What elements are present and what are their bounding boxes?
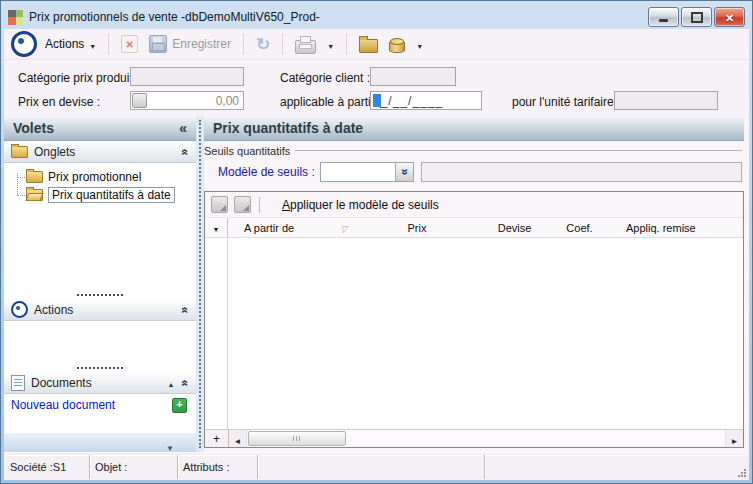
database-dropdown-button[interactable] xyxy=(413,33,426,55)
sidebar-splitter[interactable] xyxy=(196,116,204,452)
header-form: Catégorie prix produit : Catégorie clien… xyxy=(4,60,749,116)
collapse-sidebar-icon[interactable] xyxy=(179,120,187,136)
print-dropdown-button[interactable] xyxy=(324,33,337,55)
chevron-up-double-icon[interactable] xyxy=(180,379,192,386)
minimize-icon xyxy=(659,19,668,22)
section-onglets-header[interactable]: Onglets xyxy=(4,141,196,163)
maximize-button[interactable] xyxy=(681,7,712,27)
add-row-button[interactable] xyxy=(205,430,229,447)
column-header-devise[interactable]: Devise xyxy=(482,222,547,234)
save-button[interactable]: Enregistrer xyxy=(146,33,234,55)
status-extra-panel xyxy=(258,455,485,479)
record-target-icon[interactable] xyxy=(11,31,37,57)
grid-body-empty[interactable] xyxy=(205,238,743,429)
maximize-icon xyxy=(691,12,703,23)
printer-icon xyxy=(295,40,316,54)
close-button[interactable] xyxy=(714,7,745,27)
column-header-coef[interactable]: Coef. xyxy=(547,222,612,234)
prix-devise-input[interactable]: 0,00 xyxy=(130,91,244,110)
app-window: Prix promotionnels de vente -dbDemoMulti… xyxy=(0,0,753,484)
section-splitter-handle[interactable] xyxy=(4,363,196,372)
cat-client-input[interactable] xyxy=(370,67,456,86)
toolbar-separator xyxy=(108,33,109,55)
actions-target-icon xyxy=(11,301,28,318)
date-mask: _/__/____ xyxy=(381,94,443,108)
column-header-prix[interactable]: Prix xyxy=(352,222,482,234)
horizontal-scrollbar-track[interactable] xyxy=(246,430,726,447)
section-documents-title: Documents xyxy=(31,376,92,390)
grid-toolbar-separator xyxy=(259,197,260,213)
folder-icon xyxy=(11,146,28,158)
currency-picker-button[interactable] xyxy=(132,93,147,108)
main-panel: Prix quantitatifs à date Seuils quantita… xyxy=(204,116,749,452)
apply-model-button[interactable]: Appliquer le modèle de seuils xyxy=(282,198,439,212)
combo-dropdown-button[interactable] xyxy=(395,163,413,181)
groupbox-line xyxy=(295,150,742,151)
window-title: Prix promotionnels de vente -dbDemoMulti… xyxy=(29,10,320,24)
database-button[interactable] xyxy=(386,34,408,55)
toolbar-separator xyxy=(243,33,244,55)
folder-icon xyxy=(359,39,378,53)
folder-button[interactable] xyxy=(356,33,381,55)
seuils-group-label: Seuils quantitatifs xyxy=(204,145,290,157)
chevron-up-double-icon[interactable] xyxy=(180,306,192,313)
unite-tarifaire-input[interactable] xyxy=(614,91,718,110)
grid-import-icon[interactable] xyxy=(234,196,251,213)
delete-button[interactable] xyxy=(118,33,141,55)
prix-devise-value: 0,00 xyxy=(147,94,242,108)
modele-seuils-row: Modèle de seuils : xyxy=(204,158,744,185)
print-button[interactable] xyxy=(292,33,319,56)
documents-section-filler xyxy=(4,416,196,432)
arrow-right-icon xyxy=(731,430,739,448)
toolbar-separator xyxy=(282,33,283,55)
save-label: Enregistrer xyxy=(172,37,231,51)
date-input[interactable]: __/__/____ xyxy=(370,91,482,110)
modele-seuils-description-field xyxy=(421,162,742,182)
add-document-button[interactable] xyxy=(172,398,187,413)
tree-item-prix-promotionnel[interactable]: Prix promotionnel xyxy=(4,168,196,186)
toolbar-separator xyxy=(346,33,347,55)
section-actions-title: Actions xyxy=(34,303,73,317)
refresh-button[interactable] xyxy=(253,32,273,57)
window-controls xyxy=(648,7,747,27)
toolbar: Actions Enregistrer xyxy=(4,29,749,60)
section-splitter-handle[interactable] xyxy=(4,290,196,299)
column-header-a-partir-de[interactable]: A partir de xyxy=(228,222,352,234)
grid-export-icon[interactable] xyxy=(211,196,228,213)
resize-grip[interactable] xyxy=(737,468,746,477)
section-documents-header[interactable]: Documents xyxy=(4,372,196,394)
row-selector-header[interactable] xyxy=(205,218,228,237)
chevron-down-icon xyxy=(89,35,96,53)
scroll-left-button[interactable] xyxy=(229,430,246,447)
chevron-down-icon xyxy=(416,35,423,53)
save-icon xyxy=(149,35,167,53)
chevron-up-double-icon[interactable] xyxy=(180,148,192,155)
tree-item-label-selected: Prix quantitatifs à date xyxy=(48,187,175,203)
arrow-up-icon[interactable] xyxy=(167,376,174,390)
seuils-grid: Appliquer le modèle de seuils A partir d… xyxy=(204,191,744,448)
tree-item-label: Prix promotionnel xyxy=(48,170,141,184)
page-title: Prix quantitatifs à date xyxy=(213,120,363,136)
cat-client-label: Catégorie client : xyxy=(280,71,370,85)
nouveau-document-link[interactable]: Nouveau document xyxy=(11,398,115,412)
chevron-down-double-icon xyxy=(398,168,410,175)
actions-section-body xyxy=(4,321,196,363)
cat-prix-produit-input[interactable] xyxy=(130,67,244,86)
status-right-panel xyxy=(485,455,748,479)
grid-scrollbar-row xyxy=(205,429,743,447)
minimize-button[interactable] xyxy=(648,7,679,27)
actions-menu-label: Actions xyxy=(45,37,84,51)
column-header-appliq-remise[interactable]: Appliq. remise xyxy=(612,222,743,234)
status-attributs: Attributs : xyxy=(178,455,258,479)
actions-menu-button[interactable]: Actions xyxy=(42,33,99,55)
modele-seuils-combo[interactable] xyxy=(320,162,414,182)
date-selected-char: _ xyxy=(373,94,381,108)
tree-item-prix-quantitatifs[interactable]: Prix quantitatifs à date xyxy=(4,186,196,204)
sidebar-header: Volets xyxy=(4,116,196,141)
titlebar: Prix promotionnels de vente -dbDemoMulti… xyxy=(4,4,749,29)
section-actions-header[interactable]: Actions xyxy=(4,299,196,321)
horizontal-scrollbar-thumb[interactable] xyxy=(248,431,346,446)
sort-icon xyxy=(341,222,348,234)
scroll-right-button[interactable] xyxy=(726,430,743,447)
folder-icon xyxy=(26,171,43,183)
